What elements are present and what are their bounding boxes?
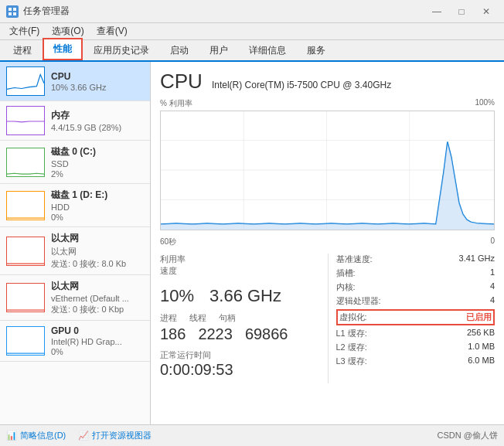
- brand-label: CSDN @偷人饼: [438, 430, 498, 441]
- tab-app-history[interactable]: 应用历史记录: [83, 40, 159, 60]
- svg-rect-0: [9, 8, 12, 11]
- mem-sidebar-info: 内存 4.4/15.9 GB (28%): [51, 109, 144, 132]
- stats-grid: 利用率 速度 10% 3.66 GHz 进程 线程 句柄: [160, 254, 495, 383]
- l1-row: L1 缓存: 256 KB: [336, 328, 495, 339]
- logical-label: 逻辑处理器:: [336, 295, 381, 307]
- l3-value: 6.0 MB: [468, 356, 495, 367]
- resource-monitor-link[interactable]: 📈 打开资源视图器: [78, 430, 152, 441]
- cpu-thumb: [6, 66, 45, 96]
- virtualization-label: 虚拟化:: [339, 312, 367, 323]
- stats-right: 基准速度: 3.41 GHz 插槽: 1 内核: 4 逻辑处理器: 4 虚拟化: [328, 254, 495, 383]
- eth-sidebar-sub2: 发送: 0 接收: 8.0 Kb: [51, 258, 144, 270]
- eth2-sidebar-sub2: 发送: 0 接收: 0 Kbp: [51, 304, 144, 315]
- brief-info-link[interactable]: 📊 简略信息(D): [6, 430, 66, 441]
- logical-value: 4: [490, 295, 495, 307]
- gpu-sidebar-sub1: Intel(R) HD Grap...: [51, 337, 144, 346]
- tab-services[interactable]: 服务: [297, 40, 335, 60]
- svg-rect-2: [9, 12, 12, 15]
- sidebar-item-memory[interactable]: 内存 4.4/15.9 GB (28%): [0, 101, 150, 141]
- sockets-label: 插槽:: [336, 267, 356, 279]
- uptime-label: 正常运行时间: [160, 349, 328, 361]
- mem-sidebar-sub: 4.4/15.9 GB (28%): [51, 123, 144, 132]
- disk0-sidebar-sub2: 2%: [51, 169, 144, 179]
- mem-thumb: [6, 106, 45, 135]
- disk1-sidebar-sub2: 0%: [51, 213, 144, 222]
- cpu-model: Intel(R) Core(TM) i5-7500 CPU @ 3.40GHz: [212, 80, 391, 90]
- tab-processes[interactable]: 进程: [3, 40, 42, 60]
- cpu-sidebar-sub: 10% 3.66 GHz: [51, 83, 144, 92]
- disk0-sidebar-info: 磁盘 0 (C:) SSD 2%: [51, 145, 144, 179]
- logical-row: 逻辑处理器: 4: [336, 295, 495, 307]
- threads-label: 线程: [189, 312, 206, 324]
- sidebar-item-gpu[interactable]: GPU 0 Intel(R) HD Grap... 0%: [0, 321, 150, 362]
- svg-marker-10: [161, 141, 494, 230]
- chart-time-labels: 60秒 0: [160, 237, 495, 247]
- sidebar: CPU 10% 3.66 GHz 内存 4.4/15.9 GB (28%): [0, 62, 151, 424]
- utilization-stat: 利用率 速度: [160, 254, 186, 277]
- sidebar-item-disk0[interactable]: 磁盘 0 (C:) SSD 2%: [0, 141, 150, 184]
- main-content: CPU 10% 3.66 GHz 内存 4.4/15.9 GB (28%): [0, 62, 504, 424]
- l2-value: 1.0 MB: [468, 342, 495, 353]
- cpu-chart: [160, 111, 495, 230]
- uptime-row: 正常运行时间 0:00:09:53: [160, 349, 328, 379]
- base-speed-row: 基准速度: 3.41 GHz: [336, 254, 495, 265]
- l3-label: L3 缓存:: [336, 356, 367, 367]
- cpu-panel-title: CPU: [160, 70, 203, 94]
- sockets-value: 1: [490, 267, 495, 279]
- minimize-button[interactable]: —: [425, 2, 448, 21]
- threads-value: 2223: [198, 325, 233, 343]
- resource-monitor-text: 打开资源视图器: [92, 430, 152, 441]
- menu-options[interactable]: 选项(O): [46, 23, 90, 39]
- menu-file[interactable]: 文件(F): [3, 23, 46, 39]
- l2-row: L2 缓存: 1.0 MB: [336, 342, 495, 353]
- sidebar-item-eth2[interactable]: 以太网 vEthernet (Default ... 发送: 0 接收: 0 K…: [0, 275, 150, 321]
- tab-startup[interactable]: 启动: [160, 40, 199, 60]
- eth-thumb: [6, 237, 45, 266]
- sidebar-item-cpu[interactable]: CPU 10% 3.66 GHz: [0, 62, 150, 101]
- disk0-thumb: [6, 148, 45, 177]
- chart-labels: % 利用率 100%: [160, 98, 495, 109]
- gpu-thumb: [6, 326, 45, 356]
- disk0-sidebar-name: 磁盘 0 (C:): [51, 145, 144, 158]
- processes-value: 186: [160, 325, 186, 343]
- sidebar-item-disk1[interactable]: 磁盘 1 (D: E:) HDD 0%: [0, 184, 150, 227]
- l3-row: L3 缓存: 6.0 MB: [336, 356, 495, 367]
- cores-row: 内核: 4: [336, 281, 495, 293]
- title-controls: — □ ✕: [425, 2, 498, 21]
- uptime-value: 0:00:09:53: [160, 361, 328, 379]
- tab-performance[interactable]: 性能: [43, 38, 83, 60]
- cpu-sidebar-name: CPU: [51, 71, 144, 82]
- sidebar-item-eth[interactable]: 以太网 以太网 发送: 0 接收: 8.0 Kb: [0, 227, 150, 275]
- menu-view[interactable]: 查看(V): [90, 23, 134, 39]
- mem-sidebar-name: 内存: [51, 109, 144, 122]
- chart-time-right: 0: [490, 237, 495, 247]
- disk1-sidebar-info: 磁盘 1 (D: E:) HDD 0%: [51, 189, 144, 222]
- eth-sidebar-name: 以太网: [51, 232, 144, 245]
- svg-rect-1: [13, 8, 16, 11]
- l1-value: 256 KB: [467, 328, 495, 339]
- maximize-button[interactable]: □: [450, 2, 473, 21]
- handles-label: 句柄: [219, 312, 236, 324]
- tab-details[interactable]: 详细信息: [239, 40, 296, 60]
- base-speed-value: 3.41 GHz: [459, 254, 495, 265]
- eth-sidebar-sub1: 以太网: [51, 246, 144, 257]
- l2-label: L2 缓存:: [336, 342, 367, 353]
- title-bar: 任务管理器 — □ ✕: [0, 0, 504, 23]
- resource-icon: 📈: [78, 431, 89, 441]
- speed-value: 3.66 GHz: [209, 286, 281, 306]
- eth2-sidebar-name: 以太网: [51, 280, 144, 293]
- eth2-thumb: [6, 283, 45, 312]
- close-button[interactable]: ✕: [475, 2, 498, 21]
- tab-users[interactable]: 用户: [199, 40, 238, 60]
- utilization-label: 利用率: [160, 254, 186, 265]
- cpu-sidebar-info: CPU 10% 3.66 GHz: [51, 71, 144, 92]
- disk0-sidebar-sub1: SSD: [51, 159, 144, 169]
- eth-sidebar-info: 以太网 以太网 发送: 0 接收: 8.0 Kb: [51, 232, 144, 270]
- cores-value: 4: [490, 281, 495, 293]
- chart-label-left: % 利用率: [160, 98, 192, 109]
- bottom-bar: 📊 简略信息(D) 📈 打开资源视图器 CSDN @偷人饼: [0, 424, 504, 446]
- utilization-value: 10%: [160, 286, 194, 306]
- cpu-detail-panel: CPU Intel(R) Core(TM) i5-7500 CPU @ 3.40…: [151, 62, 504, 424]
- l1-label: L1 缓存:: [336, 328, 367, 339]
- sockets-row: 插槽: 1: [336, 267, 495, 279]
